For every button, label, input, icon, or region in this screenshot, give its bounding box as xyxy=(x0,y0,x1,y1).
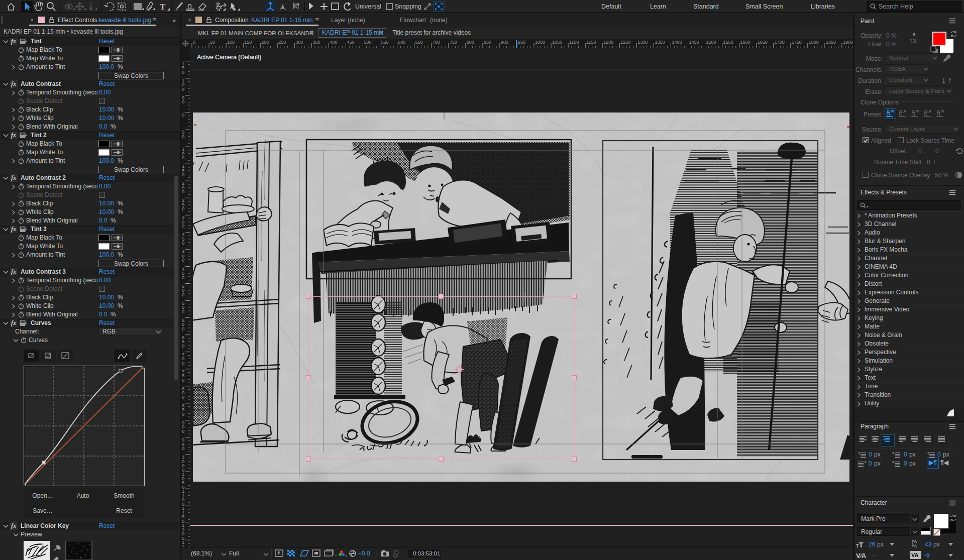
svg-text:0: 0 xyxy=(182,223,185,229)
svg-text:0: 0 xyxy=(182,206,185,211)
svg-text:1150: 1150 xyxy=(586,40,596,45)
svg-text:0: 0 xyxy=(182,378,185,383)
svg-text:1550: 1550 xyxy=(723,40,733,45)
svg-text:0:03:53:01: 0:03:53:01 xyxy=(413,550,440,556)
svg-text:1250: 1250 xyxy=(620,40,630,45)
svg-text:100: 100 xyxy=(227,40,235,45)
svg-text:Standard: Standard xyxy=(693,3,719,10)
svg-text:0: 0 xyxy=(182,446,185,451)
svg-text:1850: 1850 xyxy=(826,40,836,45)
svg-text:Small Screen: Small Screen xyxy=(745,3,783,10)
svg-text:400: 400 xyxy=(330,40,337,45)
svg-text:1100: 1100 xyxy=(569,40,579,45)
svg-text:A: A xyxy=(914,543,917,548)
svg-text:1900: 1900 xyxy=(843,40,853,45)
svg-text:0: 0 xyxy=(182,87,185,92)
svg-text:1600: 1600 xyxy=(740,40,751,45)
svg-text:0: 0 xyxy=(182,395,185,400)
svg-text:0: 0 xyxy=(182,429,185,434)
svg-text:700: 700 xyxy=(433,40,440,45)
svg-text:0: 0 xyxy=(182,275,185,280)
svg-text:0: 0 xyxy=(182,99,185,104)
svg-text:0: 0 xyxy=(182,189,185,194)
svg-text:1700: 1700 xyxy=(775,40,785,45)
svg-text:0: 0 xyxy=(182,309,185,314)
svg-text:0: 0 xyxy=(182,344,185,349)
svg-text:650: 650 xyxy=(415,40,423,45)
svg-text:0: 0 xyxy=(182,258,185,263)
svg-text:0: 0 xyxy=(182,155,185,160)
svg-text:1750: 1750 xyxy=(792,40,802,45)
svg-text:50: 50 xyxy=(210,40,215,45)
svg-text:Snapping: Snapping xyxy=(395,3,421,10)
svg-text:1200: 1200 xyxy=(603,40,613,45)
svg-text:1500: 1500 xyxy=(706,40,716,45)
svg-text:0: 0 xyxy=(182,326,185,331)
svg-text:250: 250 xyxy=(278,40,286,45)
svg-text:1450: 1450 xyxy=(689,40,699,45)
svg-text:+0.0: +0.0 xyxy=(358,550,370,557)
svg-text:200: 200 xyxy=(261,40,269,45)
svg-text:0: 0 xyxy=(193,40,195,45)
svg-text:0: 0 xyxy=(182,134,185,139)
svg-text:900: 900 xyxy=(501,40,508,45)
svg-text:500: 500 xyxy=(364,40,372,45)
svg-text:1300: 1300 xyxy=(637,40,648,45)
svg-text:150: 150 xyxy=(244,40,252,45)
svg-text:1050: 1050 xyxy=(552,40,562,45)
svg-text:1650: 1650 xyxy=(758,40,768,45)
svg-text:1400: 1400 xyxy=(672,40,682,45)
svg-text:0: 0 xyxy=(182,361,185,366)
svg-text:0: 0 xyxy=(182,70,185,75)
svg-text:1800: 1800 xyxy=(809,40,819,45)
svg-text:0: 0 xyxy=(182,113,185,118)
svg-text:0: 0 xyxy=(182,241,185,246)
svg-text:800: 800 xyxy=(467,40,474,45)
svg-text:0: 0 xyxy=(182,292,185,297)
svg-text:600: 600 xyxy=(398,40,406,45)
svg-text:Search Help: Search Help xyxy=(879,3,913,10)
svg-text:1000: 1000 xyxy=(535,40,545,45)
svg-text:0: 0 xyxy=(182,412,185,417)
svg-text:450: 450 xyxy=(347,40,355,45)
svg-text:950: 950 xyxy=(518,40,525,45)
svg-text:Libraries: Libraries xyxy=(811,3,835,10)
svg-text:350: 350 xyxy=(312,40,320,45)
svg-text:550: 550 xyxy=(381,40,389,45)
svg-text:850: 850 xyxy=(484,40,491,45)
svg-text:Default: Default xyxy=(601,3,621,10)
svg-text:0: 0 xyxy=(182,172,185,177)
svg-text:1350: 1350 xyxy=(655,40,665,45)
svg-text:T: T xyxy=(160,2,166,12)
svg-text:Learn: Learn xyxy=(650,3,666,10)
svg-text:Universal: Universal xyxy=(355,3,381,10)
svg-text:750: 750 xyxy=(450,40,457,45)
svg-text:300: 300 xyxy=(295,40,303,45)
